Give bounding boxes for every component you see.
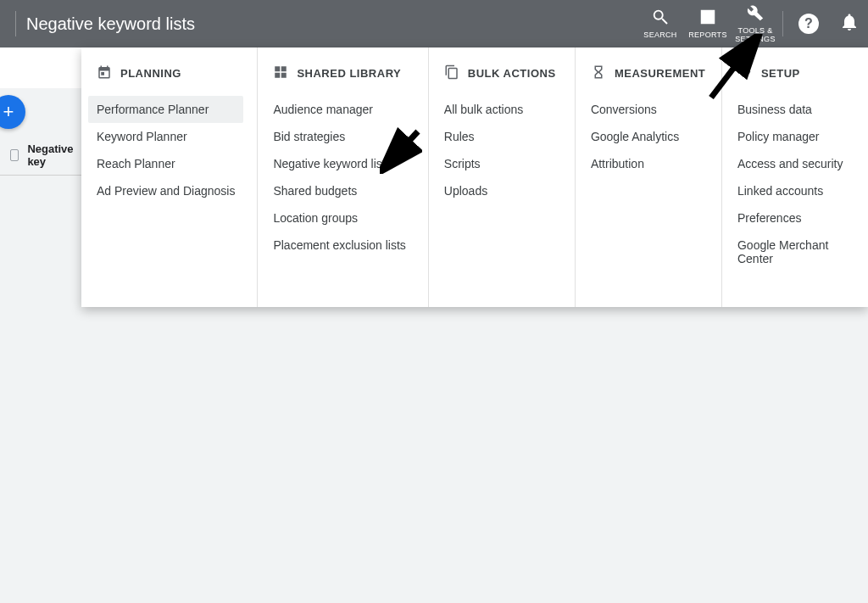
header-actions: SEARCH REPORTS TOOLS & SETTINGS ? <box>637 0 868 47</box>
hourglass-icon <box>591 64 606 82</box>
menu-item-access-security[interactable]: Access and security <box>729 150 854 177</box>
tools-label: TOOLS & SETTINGS <box>732 27 779 44</box>
menu-item-preferences[interactable]: Preferences <box>729 204 854 232</box>
menu-heading-setup: SETUP <box>737 64 854 82</box>
page-title: Negative keyword lists <box>26 14 195 34</box>
menu-item-scripts[interactable]: Scripts <box>436 150 561 177</box>
menu-item-uploads[interactable]: Uploads <box>436 177 561 204</box>
menu-item-ad-preview[interactable]: Ad Preview and Diagnosis <box>88 177 243 204</box>
wrench-icon <box>746 3 765 25</box>
plus-icon: + <box>3 101 14 123</box>
bar-chart-icon <box>698 8 717 30</box>
grid-icon <box>273 64 288 82</box>
app-header: Negative keyword lists SEARCH REPORTS TO… <box>0 0 868 47</box>
menu-item-conversions[interactable]: Conversions <box>582 96 708 123</box>
menu-item-shared-budgets[interactable]: Shared budgets <box>264 177 414 204</box>
tools-settings-menu: PLANNING Performance Planner Keyword Pla… <box>81 47 868 307</box>
search-button[interactable]: SEARCH <box>637 0 684 47</box>
menu-col-planning: PLANNING Performance Planner Keyword Pla… <box>81 47 257 307</box>
menu-item-attribution[interactable]: Attribution <box>582 150 708 177</box>
header-divider <box>15 11 16 36</box>
table-header-row: Negative key <box>0 136 85 176</box>
menu-item-linked-accounts[interactable]: Linked accounts <box>729 177 854 204</box>
menu-item-reach-planner[interactable]: Reach Planner <box>88 150 243 177</box>
menu-item-negative-keyword-lists[interactable]: Negative keyword lists <box>264 150 414 177</box>
menu-heading-bulk-actions: BULK ACTIONS <box>444 64 561 82</box>
search-label: SEARCH <box>643 31 676 40</box>
menu-col-shared-library: SHARED LIBRARY Audience manager Bid stra… <box>257 47 427 307</box>
menu-item-location-groups[interactable]: Location groups <box>264 204 414 232</box>
menu-item-bid-strategies[interactable]: Bid strategies <box>264 123 414 150</box>
menu-item-keyword-planner[interactable]: Keyword Planner <box>88 123 243 150</box>
notifications-button[interactable] <box>839 12 860 36</box>
menu-heading-planning: PLANNING <box>97 64 243 82</box>
reports-button[interactable]: REPORTS <box>684 0 732 47</box>
help-icon: ? <box>804 16 813 31</box>
select-all-checkbox[interactable] <box>10 149 19 161</box>
menu-item-all-bulk-actions[interactable]: All bulk actions <box>436 96 561 123</box>
menu-item-business-data[interactable]: Business data <box>729 96 854 123</box>
copy-icon <box>444 64 459 82</box>
menu-col-measurement: MEASUREMENT Conversions Google Analytics… <box>575 47 721 307</box>
calendar-icon <box>97 64 112 82</box>
header-divider <box>782 11 783 36</box>
menu-item-placement-exclusion[interactable]: Placement exclusion lists <box>264 232 414 259</box>
bell-icon <box>839 20 860 35</box>
menu-item-policy-manager[interactable]: Policy manager <box>729 123 854 150</box>
tools-settings-button[interactable]: TOOLS & SETTINGS <box>732 0 779 47</box>
menu-item-merchant-center[interactable]: Google Merchant Center <box>729 232 854 272</box>
gear-icon <box>737 64 753 82</box>
menu-heading-measurement: MEASUREMENT <box>591 64 708 82</box>
menu-item-audience-manager[interactable]: Audience manager <box>264 96 414 123</box>
menu-item-rules[interactable]: Rules <box>436 123 561 150</box>
menu-col-bulk-actions: BULK ACTIONS All bulk actions Rules Scri… <box>428 47 575 307</box>
menu-col-setup: SETUP Business data Policy manager Acces… <box>721 47 868 307</box>
menu-item-performance-planner[interactable]: Performance Planner <box>88 96 243 123</box>
column-header-name: Negative key <box>27 142 75 168</box>
help-button[interactable]: ? <box>798 14 819 34</box>
menu-item-google-analytics[interactable]: Google Analytics <box>582 123 708 150</box>
menu-heading-shared-library: SHARED LIBRARY <box>273 64 414 82</box>
reports-label: REPORTS <box>688 31 726 40</box>
search-icon <box>651 8 670 30</box>
